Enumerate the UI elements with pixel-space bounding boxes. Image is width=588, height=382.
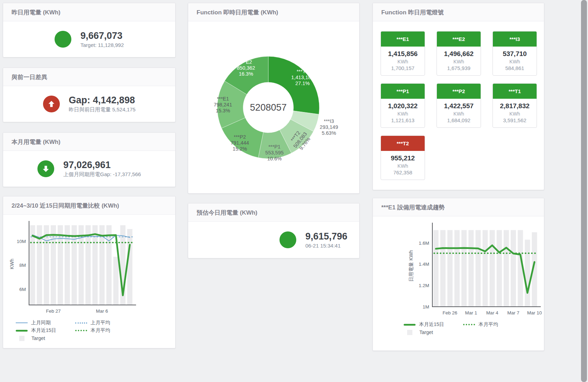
status-tile-E1[interactable]: ***E11,415,856KWh1,700,157 (381, 31, 425, 76)
tile-target: 584,861 (493, 65, 537, 71)
card-title: 預估今日用電量 (KWh) (188, 203, 359, 222)
tile-target: 1,675,939 (437, 65, 481, 71)
donut-label: ***I3293,1495.63% (320, 118, 338, 136)
legend-item[interactable]: 本月近15日 (16, 327, 75, 334)
line-blue-dotted-swatch (75, 322, 87, 324)
card-realtime-donut: Function 即時日用電量 (KWh) ***T11,413,18327.1… (188, 3, 360, 194)
tile-header: ***T1 (493, 84, 537, 99)
tile-header: ***E1 (381, 32, 425, 47)
legend-label: 上月平均 (91, 320, 110, 326)
tile-header: ***E2 (437, 32, 481, 47)
trend-legend: 本月近15日本月平均Target (404, 321, 533, 336)
svg-text:Mar 6: Mar 6 (96, 308, 108, 314)
legend-item[interactable]: 本月平均 (463, 321, 523, 328)
svg-text:1.6M: 1.6M (419, 241, 429, 246)
tile-header: ***P1 (381, 84, 425, 99)
legend-item[interactable]: 上月平均 (75, 319, 135, 327)
yesterday-usage-target: Target: 11,128,992 (80, 42, 124, 48)
tile-value: 1,496,662 (437, 50, 481, 58)
legend-label: 本月平均 (91, 327, 110, 334)
card-yesterday-lights: Function 昨日用電燈號 ***E11,415,856KWh1,700,1… (373, 3, 544, 190)
comparison-legend: 上月同期上月平均本月近15日本月平均Target (16, 319, 149, 342)
tile-value: 537,710 (493, 50, 537, 58)
month-usage-gap: 上個月同期用電Gap: -17,377,566 (63, 171, 141, 178)
tile-target: 3,591,562 (493, 117, 537, 123)
lights-grid: ***E11,415,856KWh1,700,157***E21,496,662… (373, 21, 544, 190)
status-tile-P2[interactable]: ***P21,422,557KWh1,684,092 (437, 83, 481, 128)
up-arrow-icon (43, 96, 60, 112)
tile-unit: KWh (493, 59, 537, 64)
legend-item[interactable]: 本月近15日 (404, 321, 463, 328)
card-e1-trend: ***E1 設備用電達成趨勢 1M1.2M1.4M1.6MFeb 26Mar 1… (373, 198, 544, 351)
card-estimate-today: 預估今日用電量 (KWh) 9,615,796 06-21 15:34:41 (188, 203, 360, 258)
tile-header: ***T2 (381, 136, 425, 151)
card-month-usage: 本月用電量 (KWh) 97,026,961 上個月同期用電Gap: -17,3… (3, 132, 176, 187)
estimate-timestamp: 06-21 15:34:41 (305, 243, 347, 249)
svg-text:Mar 7: Mar 7 (507, 310, 519, 315)
status-tile-E2[interactable]: ***E21,496,662KWh1,675,939 (437, 31, 481, 76)
tile-unit: KWh (493, 111, 537, 117)
legend-label: 本月近15日 (419, 321, 444, 328)
scrollbar[interactable] (581, 0, 587, 382)
svg-text:Mar 4: Mar 4 (486, 310, 498, 315)
legend-item[interactable]: 上月同期 (16, 319, 75, 327)
comparison-chart[interactable]: 6M8M10MFeb 27Mar 6KWh (5, 217, 172, 318)
legend-label: 上月同期 (31, 320, 51, 326)
legend-item[interactable]: 本月平均 (75, 327, 135, 334)
tile-value: 2,817,832 (493, 102, 537, 110)
svg-text:Mar 10: Mar 10 (527, 310, 542, 315)
estimate-value: 9,615,796 (305, 231, 347, 242)
card-gap-previous-day: 與前一日差異 Gap: 4,142,898 昨日與前日用電量 5,524,175 (3, 68, 176, 122)
yesterday-usage-value: 9,667,073 (80, 30, 124, 41)
tile-target: 1,700,157 (381, 65, 425, 71)
line-green-thick-swatch (404, 324, 416, 326)
svg-text:1.4M: 1.4M (419, 262, 429, 267)
tile-header: ***P2 (437, 84, 481, 99)
legend-item[interactable]: Target (16, 334, 75, 342)
tile-target: 1,121,613 (381, 117, 425, 123)
svg-text:1.2M: 1.2M (419, 283, 429, 288)
tile-unit: KWh (437, 59, 481, 64)
green-status-circle-icon (55, 31, 71, 48)
tile-value: 1,415,856 (381, 50, 425, 58)
down-arrow-icon (37, 160, 54, 177)
donut-chart[interactable]: ***T11,413,18327.1%***I3293,1495.63%***T… (192, 33, 356, 180)
card-title: ***E1 設備用電達成趨勢 (373, 198, 544, 216)
green-status-circle-icon (279, 231, 296, 248)
svg-text:Feb 26: Feb 26 (442, 310, 457, 315)
svg-text:Feb 27: Feb 27 (46, 308, 61, 314)
tile-unit: KWh (381, 59, 425, 64)
svg-text:8M: 8M (19, 263, 26, 268)
card-yesterday-usage: 昨日用電量 (KWh) 9,667,073 Target: 11,128,992 (3, 3, 176, 57)
legend-label: Target (31, 335, 45, 341)
status-tile-T2[interactable]: ***T2955,212KWh762,358 (381, 136, 425, 180)
legend-item[interactable]: Target (404, 328, 463, 336)
status-tile-P1[interactable]: ***P11,020,322KWh1,121,613 (381, 83, 425, 128)
card-title: 2/24~3/10 近15日同期用電量比較 (KWh) (3, 196, 175, 215)
card-title: 昨日用電量 (KWh) (3, 3, 175, 21)
status-tile-T1[interactable]: ***T12,817,832KWh3,591,562 (493, 83, 537, 128)
tile-value: 1,422,557 (437, 102, 481, 110)
card-title: 本月用電量 (KWh) (3, 133, 175, 151)
tile-target: 1,684,092 (437, 117, 481, 123)
tile-unit: KWh (381, 111, 425, 117)
donut-center-total: 5208057 (250, 102, 286, 113)
tile-unit: KWh (381, 163, 425, 169)
gap-value: Gap: 4,142,898 (69, 95, 136, 106)
gap-subtitle: 昨日與前日用電量 5,524,175 (69, 106, 136, 113)
svg-text:6M: 6M (19, 287, 26, 292)
svg-text:Mar 1: Mar 1 (465, 310, 477, 315)
tile-target: 762,358 (381, 169, 425, 175)
card-title: Function 昨日用電燈號 (373, 3, 544, 21)
legend-label: 本月近15日 (31, 327, 56, 334)
line-blue-solid-swatch (16, 322, 28, 323)
svg-text:1M: 1M (423, 304, 429, 310)
card-title: Function 即時日用電量 (KWh) (188, 3, 359, 21)
dashboard: 昨日用電量 (KWh) 9,667,073 Target: 11,128,992… (0, 0, 588, 382)
trend-chart[interactable]: 1M1.2M1.4M1.6MFeb 26Mar 1Mar 4Mar 7Mar 1… (374, 219, 543, 319)
card-title: 與前一日差異 (3, 68, 175, 86)
status-tile-I3[interactable]: ***I3537,710KWh584,861 (493, 31, 537, 76)
line-green-dotted-swatch (75, 330, 87, 331)
legend-label: Target (419, 329, 433, 335)
tile-value: 1,020,322 (381, 102, 425, 110)
